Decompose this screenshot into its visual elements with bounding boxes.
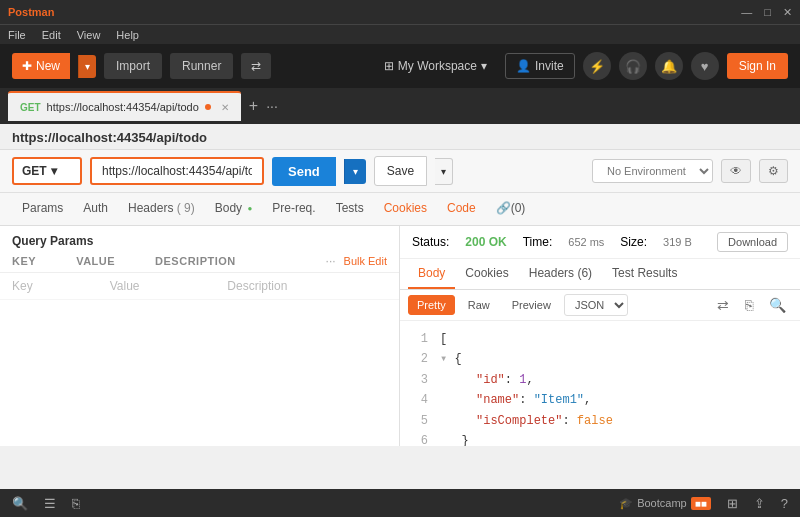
bottom-help-icon[interactable]: ? — [781, 496, 788, 511]
runner-button[interactable]: Runner — [170, 53, 233, 79]
method-select[interactable]: GET ▾ — [12, 157, 82, 185]
wrap-icon-button[interactable]: ⇄ — [711, 295, 735, 315]
code-content-2: ▾ { — [440, 349, 462, 369]
send-button[interactable]: Send — [272, 157, 336, 186]
tab-prereq[interactable]: Pre-req. — [262, 193, 325, 225]
resp-tab-test-results[interactable]: Test Results — [602, 259, 687, 289]
time-value: 652 ms — [568, 236, 604, 248]
params-more-icon[interactable]: ··· — [326, 254, 336, 268]
line-num-1: 1 — [412, 329, 428, 349]
title-bar-left: Postman — [8, 6, 54, 18]
close-button[interactable]: ✕ — [783, 6, 792, 19]
format-pretty-button[interactable]: Pretty — [408, 295, 455, 315]
headphone-icon-btn[interactable]: 🎧 — [619, 52, 647, 80]
tab-link[interactable]: 🔗(0) — [486, 193, 536, 225]
plus-icon: ✚ — [22, 59, 32, 73]
workspace-button[interactable]: ⊞ My Workspace ▾ — [374, 53, 497, 79]
params-table: Key Value Description — [0, 273, 399, 300]
bottom-grid-icon[interactable]: ⊞ — [727, 496, 738, 511]
signin-button[interactable]: Sign In — [727, 53, 788, 79]
send-dropdown-button[interactable]: ▾ — [344, 159, 366, 184]
copy-icon-button[interactable]: ⎘ — [739, 295, 759, 315]
main-toolbar: ✚ New ▾ Import Runner ⇄ ⊞ My Workspace ▾… — [0, 44, 800, 88]
col-desc: DESCRIPTION — [155, 255, 236, 267]
bottom-share-icon[interactable]: ⇪ — [754, 496, 765, 511]
grid-icon: ⊞ — [384, 59, 394, 73]
bottom-bar: 🔍 ☰ ⎘ 🎓 Bootcamp ■■ ⊞ ⇪ ? — [0, 489, 800, 517]
environment-select[interactable]: No Environment — [592, 159, 713, 183]
url-title-bar: https://localhost:44354/api/todo — [0, 124, 800, 150]
save-dropdown-button[interactable]: ▾ — [435, 158, 453, 185]
heart-icon-btn[interactable]: ♥ — [691, 52, 719, 80]
new-button[interactable]: ✚ New — [12, 53, 70, 79]
environment-gear-button[interactable]: ⚙ — [759, 159, 788, 183]
line-num-5: 5 — [412, 411, 428, 431]
send-icon-button[interactable]: ⇄ — [241, 53, 271, 79]
main-content: Query Params KEY VALUE DESCRIPTION ··· B… — [0, 226, 800, 446]
save-button[interactable]: Save — [374, 156, 427, 186]
value-cell: Value — [98, 273, 216, 300]
line-num-4: 4 — [412, 390, 428, 410]
bulk-edit-button[interactable]: Bulk Edit — [344, 255, 387, 267]
environment-eye-button[interactable]: 👁 — [721, 159, 751, 183]
menu-bar: File Edit View Help — [0, 24, 800, 44]
response-status-bar: Status: 200 OK Time: 652 ms Size: 319 B … — [400, 226, 800, 259]
tab-auth[interactable]: Auth — [73, 193, 118, 225]
request-env-bar: GET ▾ Send ▾ Save ▾ No Environment 👁 ⚙ — [0, 150, 800, 193]
tab-code[interactable]: Code — [437, 193, 486, 225]
request-tab[interactable]: GET https://localhost:44354/api/todo ✕ — [8, 91, 241, 121]
code-line-3: 3 "id": 1, — [412, 370, 788, 390]
bottom-list-icon[interactable]: ☰ — [44, 496, 56, 511]
response-tabs: Body Cookies Headers (6) Test Results — [400, 259, 800, 290]
format-raw-button[interactable]: Raw — [459, 295, 499, 315]
right-panel: Status: 200 OK Time: 652 ms Size: 319 B … — [400, 226, 800, 446]
bottom-code-icon[interactable]: ⎘ — [72, 496, 80, 511]
tab-close-icon[interactable]: ✕ — [221, 102, 229, 113]
lightning-icon-btn[interactable]: ⚡ — [583, 52, 611, 80]
invite-button[interactable]: 👤 Invite — [505, 53, 575, 79]
workspace-label: My Workspace — [398, 59, 477, 73]
tab-add-button[interactable]: + — [249, 97, 258, 115]
size-label: Size: — [620, 235, 647, 249]
maximize-button[interactable]: □ — [764, 6, 771, 19]
search-icon-button[interactable]: 🔍 — [763, 295, 792, 315]
menu-help[interactable]: Help — [116, 29, 139, 41]
response-toolbar: Pretty Raw Preview JSON ⇄ ⎘ 🔍 — [400, 290, 800, 321]
format-preview-button[interactable]: Preview — [503, 295, 560, 315]
tab-method-label: GET — [20, 102, 41, 113]
response-body-code: 1 [ 2 ▾ { 3 "id": 1, 4 "name": "Item1", … — [400, 321, 800, 446]
app-logo: Postman — [8, 6, 54, 18]
new-dropdown-button[interactable]: ▾ — [78, 55, 96, 78]
resp-tab-headers[interactable]: Headers (6) — [519, 259, 602, 289]
method-label: GET — [22, 164, 47, 178]
import-button[interactable]: Import — [104, 53, 162, 79]
menu-file[interactable]: File — [8, 29, 26, 41]
minimize-button[interactable]: — — [741, 6, 752, 19]
code-line-1: 1 [ — [412, 329, 788, 349]
bootcamp-section: 🎓 Bootcamp ■■ — [619, 497, 711, 510]
download-button[interactable]: Download — [717, 232, 788, 252]
menu-edit[interactable]: Edit — [42, 29, 61, 41]
code-line-5: 5 "isComplete": false — [412, 411, 788, 431]
tab-params[interactable]: Params — [12, 193, 73, 225]
tab-cookies[interactable]: Cookies — [374, 193, 437, 225]
new-label: New — [36, 59, 60, 73]
url-input[interactable] — [90, 157, 264, 185]
language-select[interactable]: JSON — [564, 294, 628, 316]
resp-tab-cookies[interactable]: Cookies — [455, 259, 518, 289]
menu-view[interactable]: View — [77, 29, 101, 41]
tab-unsaved-dot — [205, 104, 211, 110]
bottom-search-icon[interactable]: 🔍 — [12, 496, 28, 511]
tab-tests[interactable]: Tests — [326, 193, 374, 225]
tab-more-button[interactable]: ··· — [266, 98, 278, 114]
code-content-5: "isComplete": false — [440, 411, 613, 431]
bootcamp-label: Bootcamp — [637, 497, 687, 509]
bootcamp-highlight[interactable]: ■■ — [691, 497, 711, 510]
tab-headers[interactable]: Headers ( 9) — [118, 193, 205, 225]
bell-icon-btn[interactable]: 🔔 — [655, 52, 683, 80]
resp-tab-body[interactable]: Body — [408, 259, 455, 289]
tab-body[interactable]: Body ● — [205, 193, 263, 225]
status-label: Status: — [412, 235, 449, 249]
line-num-6: 6 — [412, 431, 428, 446]
left-panel: Query Params KEY VALUE DESCRIPTION ··· B… — [0, 226, 400, 446]
